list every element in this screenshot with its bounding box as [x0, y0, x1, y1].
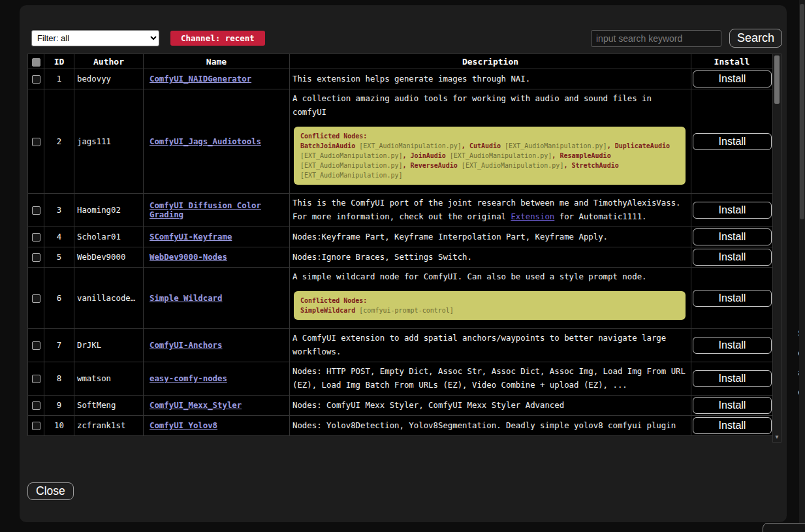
conflict-node-name: ReverseAudio	[411, 162, 458, 169]
conflict-node-source: [EXT_AudioManipulation.py]	[300, 162, 403, 169]
row-checkbox[interactable]	[32, 75, 40, 84]
row-checkbox-cell	[28, 268, 44, 329]
description-link[interactable]: Extension	[511, 212, 554, 221]
row-description: This extension helps generate images thr…	[292, 72, 687, 86]
row-name-link[interactable]: ComfyUI_Jags_Audiotools	[150, 137, 261, 146]
install-button[interactable]: Install	[693, 370, 772, 387]
row-name-link[interactable]: ComfyUI_Mexx_Styler	[150, 401, 242, 410]
conflict-node-source: [EXT_AudioManipulation.py]	[300, 172, 403, 179]
row-name-link[interactable]: ComfyUI Yolov8	[150, 421, 217, 430]
row-id: 3	[44, 194, 74, 227]
row-checkbox[interactable]	[32, 422, 40, 430]
header-description: Description	[290, 54, 691, 69]
search-input[interactable]	[591, 30, 721, 47]
row-checkbox-cell	[28, 362, 44, 396]
row-checkbox[interactable]	[32, 138, 40, 146]
header-checkbox-cell	[28, 54, 44, 69]
header-install: Install	[691, 54, 773, 69]
row-author: wmatson	[74, 362, 144, 396]
row-description: Nodes: HTTP POST, Empty Dict, Assoc Str,…	[292, 365, 687, 392]
table-row: 1 bedovyy ComfyUI_NAIDGenerator This ext…	[28, 69, 773, 89]
install-button[interactable]: Install	[693, 337, 772, 354]
row-checkbox-cell	[28, 227, 44, 247]
row-author: jags111	[74, 89, 144, 194]
row-name-link[interactable]: WebDev9000-Nodes	[150, 253, 227, 262]
row-name-link[interactable]: easy-comfy-nodes	[150, 374, 227, 383]
table-row: 8 wmatson easy-comfy-nodes Nodes: HTTP P…	[28, 362, 773, 396]
row-checkbox-cell	[28, 69, 44, 89]
row-id: 7	[44, 329, 74, 362]
install-button[interactable]: Install	[693, 249, 772, 266]
row-name-link[interactable]: ComfyUI-Anchors	[150, 341, 222, 350]
row-id: 2	[44, 89, 74, 194]
page-scrollbar-thumb[interactable]	[800, 4, 804, 219]
row-description: Nodes: ComfyUI Mexx Styler, ComfyUI Mexx…	[292, 399, 687, 413]
row-author: vanillacode…	[74, 268, 144, 329]
conflict-node-name: SimpleWildcard	[300, 307, 355, 314]
conflict-box: Conflicted Nodes: BatchJoinAudio [EXT_Au…	[294, 127, 686, 185]
page-scrollbar[interactable]	[799, 0, 805, 532]
channel-badge: Channel: recent	[170, 31, 265, 46]
row-checkbox[interactable]	[32, 341, 40, 350]
install-button[interactable]: Install	[693, 417, 772, 434]
install-button[interactable]: Install	[693, 70, 772, 87]
row-id: 4	[44, 227, 74, 247]
row-checkbox[interactable]	[32, 375, 40, 383]
table-row: 7 DrJKL ComfyUI-Anchors A ComfyUI extens…	[28, 329, 773, 362]
row-checkbox-cell	[28, 329, 44, 362]
row-id: 8	[44, 362, 74, 396]
table-row: 5 WebDev9000 WebDev9000-Nodes Nodes:Igno…	[28, 247, 773, 268]
header-author: Author	[74, 54, 144, 69]
table-row: 10 zcfrank1st ComfyUI Yolov8 Nodes: Yolo…	[28, 416, 773, 436]
row-description: Nodes:Keyframe Part, Keyframe Interpolat…	[292, 230, 687, 244]
select-all-checkbox[interactable]	[32, 58, 40, 67]
row-description: A simple wildcard node for ComfyUI. Can …	[292, 270, 687, 284]
row-checkbox[interactable]	[32, 253, 40, 262]
row-id: 9	[44, 396, 74, 416]
install-button[interactable]: Install	[693, 397, 772, 414]
table-header-row: ID Author Name Description Install	[28, 54, 773, 69]
conflict-node-name: StretchAudio	[571, 162, 618, 169]
row-name-link[interactable]: Simple Wildcard	[150, 294, 222, 303]
close-button[interactable]: Close	[27, 482, 74, 500]
table-scrollbar-thumb[interactable]	[774, 55, 780, 104]
row-author: Haoming02	[74, 194, 144, 227]
table-row: 4 Scholar01 SComfyUI-Keyframe Nodes:Keyf…	[28, 227, 773, 247]
header-id: ID	[44, 54, 74, 69]
row-checkbox[interactable]	[32, 294, 40, 303]
row-author: zcfrank1st	[74, 416, 144, 436]
conflict-title: Conflicted Nodes:	[300, 296, 679, 305]
row-checkbox[interactable]	[32, 233, 40, 242]
row-name-link[interactable]: ComfyUI Diffusion Color Grading	[150, 201, 261, 219]
conflict-node-name: JoinAudio	[411, 152, 446, 159]
table-row: 3 Haoming02 ComfyUI Diffusion Color Grad…	[28, 194, 773, 227]
conflict-node-name: CutAudio	[469, 142, 501, 149]
row-name-link[interactable]: SComfyUI-Keyframe	[150, 232, 232, 242]
search-button[interactable]: Search	[729, 29, 782, 48]
table-scrollbar[interactable]: ▼	[772, 54, 781, 443]
row-author: WebDev9000	[74, 247, 144, 268]
row-author: Scholar01	[74, 227, 144, 247]
install-button[interactable]: Install	[693, 202, 772, 219]
partial-corner-button[interactable]	[763, 523, 805, 532]
conflict-node-name: ResampleAudio	[560, 152, 610, 159]
row-checkbox-cell	[28, 89, 44, 194]
install-button[interactable]: Install	[693, 228, 772, 245]
filter-select[interactable]: Filter: all	[31, 30, 159, 46]
conflict-node-source: [EXT_AudioManipulation.py]	[300, 152, 403, 159]
row-checkbox[interactable]	[32, 206, 40, 215]
install-button[interactable]: Install	[693, 290, 772, 307]
conflict-node-name: BatchJoinAudio	[300, 142, 355, 149]
install-button[interactable]: Install	[693, 133, 772, 150]
conflict-list: BatchJoinAudio [EXT_AudioManipulation.py…	[300, 142, 670, 179]
row-checkbox[interactable]	[32, 401, 40, 410]
conflict-node-source: [comfyui-prompt-control]	[355, 307, 454, 314]
conflict-node-name: DuplicateAudio	[615, 142, 670, 149]
row-checkbox-cell	[28, 396, 44, 416]
conflict-box: Conflicted Nodes: SimpleWildcard [comfyu…	[294, 291, 686, 320]
scroll-down-arrow-icon[interactable]: ▼	[773, 433, 781, 441]
row-author: SoftMeng	[74, 396, 144, 416]
row-description: Nodes: Yolov8Detection, Yolov8Segmentati…	[292, 419, 687, 433]
row-name-link[interactable]: ComfyUI_NAIDGenerator	[150, 74, 251, 84]
row-description: A ComfyUI extension to add spatial ancho…	[292, 332, 687, 359]
